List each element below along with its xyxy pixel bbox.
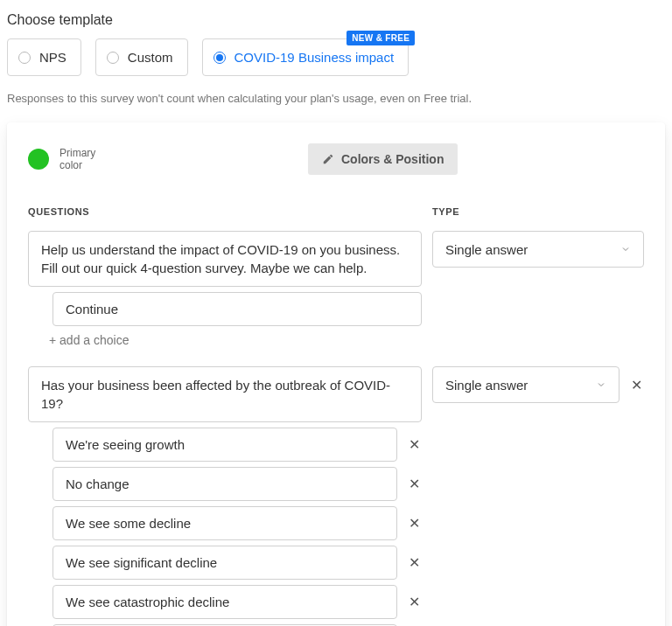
template-option-nps[interactable]: NPS [7,38,81,76]
template-option-custom[interactable]: Custom [95,38,188,76]
remove-question-button[interactable]: ✕ [628,377,644,393]
question-text-input[interactable]: Help us understand the impact of COVID-1… [28,231,422,287]
primary-color-label: Primary color [60,147,112,172]
choice-input[interactable]: Continue [52,292,422,326]
usage-note: Responses to this survey won't count whe… [7,92,665,105]
choice-input[interactable]: We see significant decline [52,546,397,580]
template-label: COVID-19 Business impact [234,50,395,65]
template-options: NPS Custom COVID-19 Business impact NEW … [7,38,665,76]
remove-choice-button[interactable]: ✕ [406,594,422,610]
colors-position-button[interactable]: Colors & Position [308,143,458,175]
questions-header: QUESTIONS [28,206,422,217]
radio-icon [107,52,119,64]
question-text-input[interactable]: Has your business been affected by the o… [28,366,422,422]
radio-icon [18,52,31,64]
remove-choice-button[interactable]: ✕ [406,515,422,532]
choice-row: Continue [28,292,422,326]
radio-icon [214,52,226,64]
type-select[interactable]: Single answer [432,231,644,268]
remove-choice-button[interactable]: ✕ [406,436,422,453]
type-select-value: Single answer [445,242,528,257]
question-block: Has your business been affected by the o… [28,366,644,626]
template-label: NPS [39,50,66,65]
template-label: Custom [128,50,173,65]
new-free-badge: NEW & FREE [346,31,415,45]
type-header: TYPE [432,206,644,217]
choice-row: No change ✕ [28,467,422,501]
type-select-value: Single answer [445,378,528,393]
page-title: Choose template [7,12,665,28]
choice-row: We see catastrophic decline ✕ [28,585,422,619]
choice-row: We see some decline ✕ [28,506,422,540]
pencil-icon [322,153,334,165]
choice-input[interactable]: We see some decline [52,506,397,540]
remove-choice-button[interactable]: ✕ [406,554,422,571]
type-select[interactable]: Single answer [432,366,620,403]
remove-choice-button[interactable]: ✕ [406,476,422,492]
add-choice-link[interactable]: + add a choice [49,333,129,347]
primary-color-swatch[interactable] [28,149,49,170]
chevron-down-icon [596,379,606,390]
choice-input[interactable]: We're seeing growth [52,428,397,462]
question-block: Help us understand the impact of COVID-1… [28,231,644,347]
template-option-covid[interactable]: COVID-19 Business impact NEW & FREE [202,38,410,76]
choice-input[interactable]: No change [52,467,397,501]
survey-editor-card: Primary color Colors & Position QUESTION… [7,122,665,626]
chevron-down-icon [620,244,631,254]
choice-row: We see significant decline ✕ [28,546,422,580]
choice-input[interactable]: We see catastrophic decline [52,585,397,619]
choice-row: We're seeing growth ✕ [28,428,422,462]
colors-position-label: Colors & Position [341,152,444,166]
